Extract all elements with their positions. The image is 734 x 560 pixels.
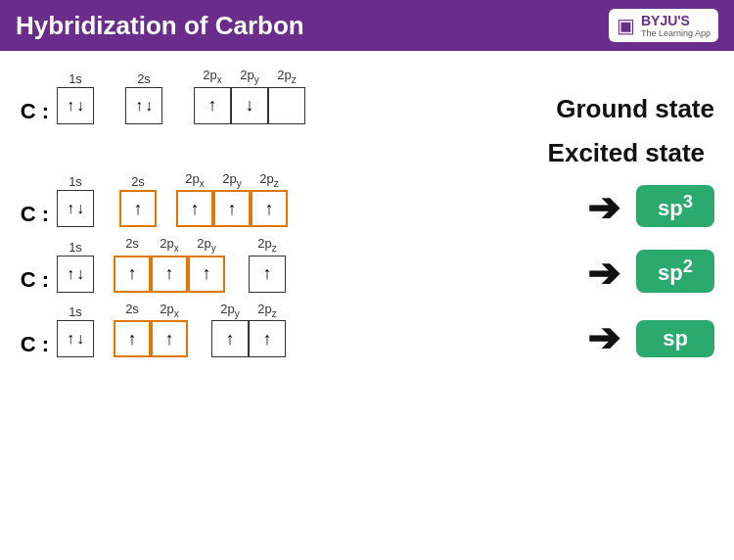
orbital-2p-sp3: 2px 2py 2pz ↑ ↑ ↑: [176, 172, 288, 228]
box-2py-sp3: ↑: [213, 190, 251, 227]
box-1s-sp2: ↑↓: [57, 256, 94, 293]
header: Hybridization of Carbon ▣ BYJU'S The Lea…: [0, 0, 734, 51]
label-2py-g: 2py: [231, 69, 268, 85]
arrow-sp: ➔: [587, 318, 620, 357]
box-1s-sp: ↑↓: [57, 320, 94, 357]
box-2s-sp: ↑: [114, 320, 151, 357]
orbital-2pz-sp2: 2pz ↑: [249, 237, 286, 293]
orbital-2s2px2py-sp2: 2s 2px 2py ↑ ↑ ↑: [114, 237, 225, 293]
sp3-badge: sp3: [636, 185, 714, 227]
box-2px-sp3: ↑: [176, 190, 213, 227]
orbital-box-1s: ↑↓: [57, 87, 94, 124]
ground-state-section: C : 1s ↑↓ 2s ↑↓ 2px 2py: [20, 69, 714, 124]
excited-state-label: Excited state: [548, 138, 705, 168]
box-1s-sp3: ↑↓: [57, 190, 94, 227]
page-title: Hybridization of Carbon: [16, 11, 304, 41]
box-2pz-ground: [268, 87, 305, 124]
arrows-up-down: ↑↓: [67, 97, 84, 115]
box-2py-sp2: ↑: [188, 256, 225, 293]
orbital-2p-ground: 2px 2py 2pz ↑ ↓: [194, 69, 305, 124]
brand-tagline: The Learning App: [641, 28, 711, 39]
content-area: C : 1s ↑↓ 2s ↑↓ 2px 2py: [0, 51, 734, 560]
box-2px-ground: ↑: [194, 87, 231, 124]
label-2pz-g: 2pz: [268, 69, 305, 85]
orbital-2py2pz-sp: 2py 2pz ↑ ↑: [211, 303, 286, 358]
orbital-1s-ground: 1s ↑↓: [57, 72, 94, 124]
arrow-sp2: ➔: [587, 254, 620, 293]
box-2pz-sp2: ↑: [249, 256, 286, 293]
ground-c-label: C :: [20, 99, 49, 124]
sp2-row: C : 1s ↑↓ 2s 2px 2py ↑ ↑ ↑ 2pz: [20, 237, 714, 293]
arrows-up-down-2s: ↑↓: [135, 97, 153, 115]
orbital-1s-sp3: 1s ↑↓: [57, 175, 94, 227]
ground-state-label: Ground state: [556, 94, 714, 124]
orbital-2s2px-sp: 2s 2px ↑ ↑: [114, 303, 188, 358]
sp3-c-label: C :: [20, 202, 49, 227]
arrow-sp3: ➔: [587, 188, 620, 227]
sp3-row: C : 1s ↑↓ 2s ↑ 2px 2py 2pz ↑: [20, 172, 714, 228]
box-2py-sp: ↑: [211, 320, 249, 357]
orbital-label-2s: 2s: [137, 72, 151, 85]
orbital-2s-sp3: 2s ↑: [119, 175, 157, 227]
logo-box: ▣ BYJU'S The Learning App: [609, 9, 718, 43]
brand-name: BYJU'S: [641, 13, 711, 28]
box-2px-sp: ↑: [151, 320, 188, 357]
box-2py-ground: ↓: [231, 87, 268, 124]
box-2pz-sp3: ↑: [251, 190, 288, 227]
logo-text-block: BYJU'S The Learning App: [641, 13, 711, 39]
logo-icon: ▣: [617, 14, 635, 37]
sp-row: C : 1s ↑↓ 2s 2px ↑ ↑ 2py 2pz: [20, 303, 714, 358]
sp-badge: sp: [636, 320, 714, 357]
orbital-1s-sp: 1s ↑↓: [57, 305, 94, 357]
orbital-label-1s: 1s: [69, 72, 82, 85]
sp2-badge: sp2: [636, 250, 714, 292]
sp-c-label: C :: [20, 332, 49, 357]
box-2s-sp3: ↑: [119, 190, 157, 227]
sp2-c-label: C :: [20, 267, 49, 293]
box-2s-sp2: ↑: [114, 256, 151, 293]
box-2pz-sp: ↑: [249, 320, 286, 357]
orbital-1s-sp2: 1s ↑↓: [57, 241, 94, 293]
excited-state-header: Excited state: [20, 138, 714, 168]
orbital-box-2s: ↑↓: [125, 87, 162, 124]
label-2px-g: 2px: [194, 69, 231, 85]
box-2px-sp2: ↑: [151, 256, 188, 293]
orbital-2s-ground: 2s ↑↓: [125, 72, 162, 124]
